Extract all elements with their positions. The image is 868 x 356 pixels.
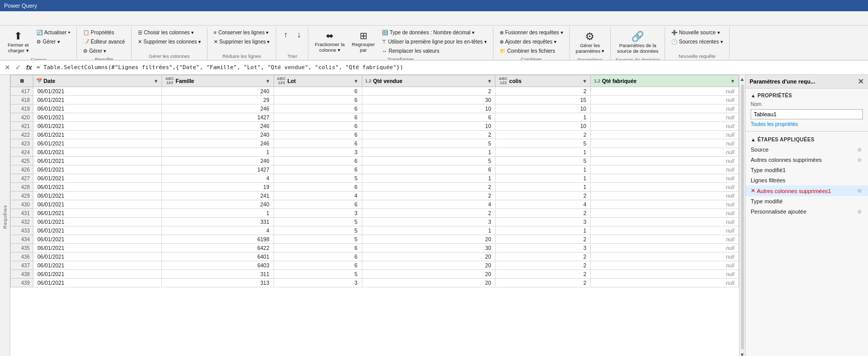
date-filter-button[interactable]: ▼ [153, 78, 158, 84]
lot-cell: 5 [274, 174, 362, 183]
step-settings-icon[interactable]: ⚙ [856, 147, 863, 153]
table-row[interactable]: 424 06/01/2021 1 3 1 1 null [11, 148, 739, 157]
table-row[interactable]: 421 06/01/2021 246 6 10 10 null [11, 122, 739, 131]
sort-asc-button[interactable]: ↑ [279, 28, 292, 52]
table-row[interactable]: 417 06/01/2021 240 6 2 2 null [11, 87, 739, 96]
step-error-icon: ✕ [751, 187, 755, 194]
table-row[interactable]: 429 06/01/2021 241 4 2 2 null [11, 192, 739, 200]
nom-label: Nom [746, 100, 868, 108]
step-item[interactable]: Source ⚙ [746, 144, 868, 155]
lot-cell: 4 [274, 192, 362, 200]
table-row[interactable]: 423 06/01/2021 246 6 5 5 null [11, 139, 739, 148]
step-name: Personnalisée ajoutée [751, 208, 856, 215]
editeur-avance-button[interactable]: 📝 Éditeur avancé [80, 37, 128, 46]
table-row[interactable]: 436 06/01/2021 6401 6 20 2 null [11, 253, 739, 261]
table-row[interactable]: 427 06/01/2021 4 5 1 1 null [11, 174, 739, 183]
table-row[interactable]: 420 06/01/2021 1427 6 6 1 null [11, 113, 739, 122]
fusionner-requetes-button[interactable]: ⊗ Fusionner des requêtes ▾ [497, 28, 566, 37]
qtefab-filter-button[interactable]: ▼ [730, 78, 735, 84]
lot-cell: 6 [274, 261, 362, 270]
table-row[interactable]: 422 06/01/2021 240 6 2 2 null [11, 131, 739, 139]
fermer-charger-button[interactable]: ⬆ Fermer et charger ▾ [4, 28, 32, 56]
date-cell: 06/01/2021 [33, 235, 162, 244]
col-header-date[interactable]: 📅 Date ▼ [33, 75, 162, 87]
lot-filter-button[interactable]: ▼ [354, 78, 359, 84]
col-header-lot[interactable]: ABC123 Lot ▼ [274, 75, 362, 87]
step-item[interactable]: ✕ Autres colonnes supprimées1 ⚙ [746, 185, 868, 196]
right-panel-close-button[interactable]: ✕ [858, 77, 864, 86]
premiere-ligne-label: Utiliser la première ligne pour les en-t… [388, 39, 486, 45]
ribbon-group-nouvelle-requete: ➕ Nouvelle source ▾ 🕐 Sources récentes ▾… [665, 27, 730, 60]
famille-cell: 19 [162, 183, 274, 192]
ajouter-requetes-button[interactable]: ⊕ Ajouter des requêtes ▾ [497, 37, 566, 46]
table-row[interactable]: 419 06/01/2021 246 6 10 10 null [11, 104, 739, 113]
scroll-up-button[interactable]: ▲ [738, 75, 745, 83]
famille-filter-button[interactable]: ▼ [265, 78, 271, 84]
table-row[interactable]: 433 06/01/2021 4 5 1 1 null [11, 226, 739, 235]
step-item[interactable]: Personnalisée ajoutée ⚙ [746, 206, 868, 217]
step-item[interactable]: Autres colonnes supprimées ⚙ [746, 155, 868, 165]
qtevendue-filter-button[interactable]: ▼ [487, 78, 492, 84]
qte-fab-cell: null [591, 131, 739, 139]
supprimer-lignes-button[interactable]: ✕ Supprimer les lignes ▾ [211, 37, 273, 46]
keep-rows-icon: ≡ [214, 30, 217, 35]
qte-vendue-cell: 4 [362, 200, 495, 209]
step-settings-icon[interactable]: ⚙ [856, 157, 863, 163]
confirm-formula-icon[interactable]: ✓ [14, 63, 23, 72]
choisir-colonnes-button[interactable]: ☰ Choisir les colonnes ▾ [135, 28, 204, 37]
conserver-lignes-button[interactable]: ≡ Conserver les lignes ▾ [211, 28, 273, 37]
regrouper-button[interactable]: ⊞ Regrouperpar [349, 28, 378, 55]
col-header-colis[interactable]: ABC123 colis ▼ [495, 75, 591, 87]
sort-desc-button[interactable]: ↓ [293, 28, 305, 52]
lot-cell: 3 [274, 148, 362, 157]
step-settings-icon[interactable]: ⚙ [856, 209, 863, 215]
sources-recentes-button[interactable]: 🕐 Sources récentes ▾ [668, 37, 726, 46]
premiere-ligne-button[interactable]: ⊤ Utiliser la première ligne pour les en… [379, 37, 489, 46]
remplacer-valeurs-button[interactable]: ↔ Remplacer les valeurs [379, 47, 489, 55]
nom-input[interactable] [751, 109, 863, 119]
table-row[interactable]: 437 06/01/2021 6403 6 20 2 null [11, 261, 739, 270]
supprimer-colonnes-button[interactable]: ✕ Supprimer les colonnes ▾ [135, 37, 204, 46]
table-row[interactable]: 431 06/01/2021 1 3 2 2 null [11, 209, 739, 218]
gerer-button[interactable]: ⚙ Gérer ▾ [33, 37, 73, 46]
step-item[interactable]: Lignes filtrées [746, 175, 868, 185]
gerer-parametres-button[interactable]: ⚙ Gérer lesparamètres ▾ [573, 28, 608, 56]
delete-rows-icon: ✕ [214, 39, 218, 45]
cancel-formula-icon[interactable]: ✕ [3, 63, 12, 72]
combiner-fichiers-button[interactable]: 📁 Combiner les fichiers [497, 47, 566, 55]
table-row[interactable]: 435 06/01/2021 6422 6 30 3 null [11, 244, 739, 253]
formula-input[interactable] [37, 64, 865, 71]
fx-icon: fx [25, 63, 34, 72]
actualiser-apercu-button[interactable]: 🔄 Actualiser ▾ [33, 28, 73, 37]
nouvelle-source-button[interactable]: ➕ Nouvelle source ▾ [668, 28, 726, 37]
table-row[interactable]: 432 06/01/2021 331 5 3 3 null [11, 218, 739, 226]
fractionner-button[interactable]: ⬌ Fractionner lacolonne ▾ [312, 28, 347, 55]
step-item[interactable]: Type modifié1 [746, 165, 868, 175]
nouvelle-requete-group-label: Nouvelle requête [668, 53, 726, 59]
table-row[interactable]: 434 06/01/2021 6198 5 20 2 null [11, 235, 739, 244]
colis-filter-button[interactable]: ▼ [582, 78, 587, 84]
col-header-qte-fab[interactable]: 1.2 Qté fabriquée ▼ [591, 75, 739, 87]
table-row[interactable]: 430 06/01/2021 240 6 4 4 null [11, 200, 739, 209]
parametres-source-button[interactable]: 🔗 Paramètres de lasource de données [614, 28, 662, 56]
table-row[interactable]: 428 06/01/2021 19 6 2 1 null [11, 183, 739, 192]
col-header-famille[interactable]: ABC123 Famille ▼ [162, 75, 274, 87]
table-row[interactable]: 418 06/01/2021 29 6 30 15 null [11, 96, 739, 104]
table-row[interactable]: 425 06/01/2021 246 6 5 5 null [11, 157, 739, 165]
type-donnees-button[interactable]: 🔢 Type de données : Nombre décimal ▾ [379, 28, 489, 37]
remplacer-valeurs-label: Remplacer les valeurs [388, 48, 439, 54]
all-properties-link[interactable]: Toutes les propriétés [746, 121, 868, 130]
table-row[interactable]: 438 06/01/2021 311 5 20 2 null [11, 270, 739, 279]
datatype-icon: 🔢 [382, 30, 388, 35]
table-area[interactable]: ▲ ▼ ⊞ 📅 Date ▼ [10, 75, 745, 356]
scroll-down-button[interactable]: ▼ [738, 350, 745, 356]
step-settings-icon[interactable]: ⚙ [856, 188, 863, 194]
famille-cell: 1427 [162, 113, 274, 122]
gerer2-button[interactable]: ⚙ Gérer ▾ [80, 47, 128, 55]
col-header-qte-vendue[interactable]: 1.2 Qté vendue ▼ [362, 75, 495, 87]
table-row[interactable]: 439 06/01/2021 313 3 20 2 null [11, 279, 739, 287]
proprietes-button[interactable]: 📋 Propriétés [80, 28, 128, 37]
table-row[interactable]: 426 06/01/2021 1427 6 6 1 null [11, 165, 739, 174]
step-item[interactable]: Type modifié [746, 196, 868, 206]
lot-cell: 5 [274, 270, 362, 279]
